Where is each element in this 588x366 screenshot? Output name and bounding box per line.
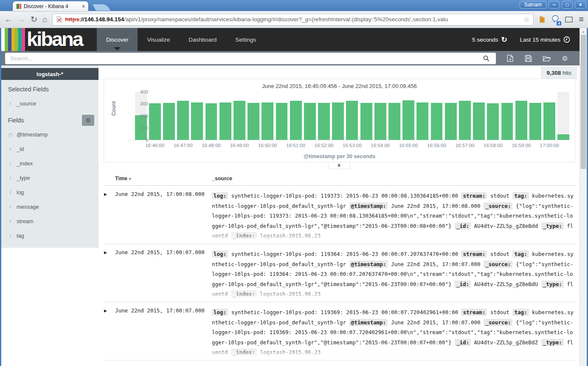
histogram-bar[interactable] [543, 102, 555, 140]
histogram-slot [331, 92, 345, 140]
search-button[interactable] [476, 53, 496, 64]
row-source: log: synthetic-logger-10lps-pod: 119369:… [212, 307, 576, 358]
histogram-bar[interactable] [248, 103, 259, 140]
histogram-bar[interactable] [557, 134, 569, 140]
close-button[interactable]: × [575, 1, 586, 9]
histogram-bar[interactable] [487, 103, 499, 140]
histogram-bar[interactable] [304, 103, 316, 140]
save-search-button[interactable] [519, 54, 537, 62]
histogram-bar[interactable] [262, 102, 273, 140]
field-item-source[interactable]: t_source [1, 96, 98, 111]
extension-icon[interactable] [539, 16, 546, 23]
histogram-bar[interactable] [318, 103, 330, 140]
histogram-bar[interactable] [360, 103, 372, 140]
profile-badge[interactable]: Satnam [520, 1, 546, 9]
search-input[interactable] [5, 53, 476, 64]
table-row[interactable]: ▶June 22nd 2015, 17:00:07.000log: synthe… [104, 302, 576, 360]
histogram-bar[interactable] [177, 101, 189, 140]
menu-icon[interactable]: ≡ [579, 14, 584, 24]
histogram-slot [247, 92, 261, 140]
hangouts-icon[interactable]: 4 [551, 15, 559, 24]
nav-item-settings[interactable]: Settings [226, 28, 265, 51]
histogram-bar[interactable] [205, 103, 217, 140]
histogram-bar[interactable] [346, 101, 358, 140]
field-settings-button[interactable]: ⚙ [82, 115, 94, 126]
collapse-chart-button[interactable]: ∧ [328, 162, 350, 169]
field-name: @timestamp [17, 131, 48, 138]
histogram-bar[interactable] [501, 103, 513, 140]
row-source: log: synthetic-logger-10lps-pod: 119373:… [212, 191, 576, 242]
histogram-bar[interactable] [515, 101, 527, 140]
cast-icon[interactable] [565, 17, 573, 23]
histogram-bar[interactable] [290, 101, 302, 140]
x-tick-label: 16:57:00 [456, 143, 475, 148]
time-column-header[interactable]: Time ▾ [115, 176, 212, 182]
field-item-stream[interactable]: tstream [1, 214, 98, 228]
field-item-log[interactable]: tlog [1, 185, 98, 199]
histogram-bar[interactable] [219, 102, 231, 140]
forward-icon[interactable]: → [17, 15, 25, 23]
refresh-icon: ↻ [501, 35, 507, 44]
histogram-bar[interactable] [402, 100, 414, 140]
bookmark-star-icon[interactable]: ☆ [523, 15, 529, 23]
time-picker[interactable]: Last 15 minutes [520, 36, 570, 43]
histogram-bar[interactable] [473, 102, 485, 140]
nav-item-visualize[interactable]: Visualize [138, 28, 179, 51]
field-item-tag[interactable]: ttag [1, 228, 98, 243]
field-name: message [17, 204, 39, 210]
settings-button[interactable]: ⚙ [556, 54, 574, 62]
field-name: _source [17, 100, 36, 107]
histogram-bar[interactable] [276, 103, 288, 140]
open-search-button[interactable] [537, 54, 556, 62]
search-icon [483, 55, 490, 62]
documents-table: Time ▾ _source ▶June 22nd 2015, 17:00:08… [98, 176, 580, 360]
histogram-bar[interactable] [163, 103, 175, 140]
histogram-bar[interactable] [191, 102, 203, 140]
histogram-bar[interactable] [431, 103, 443, 140]
histogram-bar[interactable] [149, 103, 161, 140]
open-folder-icon [543, 55, 551, 62]
field-item-timestamp[interactable]: ◷@timestamp [1, 128, 98, 142]
histogram-bar[interactable] [388, 103, 400, 140]
field-name: log [17, 189, 24, 196]
page-scrollbar[interactable]: ▲ [580, 28, 587, 366]
table-row[interactable]: ▶June 22nd 2015, 17:00:07.000log: synthe… [104, 244, 576, 302]
browser-tab[interactable]: Discover - Kibana 4 × [13, 1, 88, 11]
new-search-button[interactable] [501, 54, 519, 62]
nav-item-discover[interactable]: Discover [97, 28, 138, 51]
kibana-topnav: kibana DiscoverVisualizeDashboardSetting… [1, 28, 580, 51]
refresh-interval[interactable]: 5 seconds ↻ [472, 35, 507, 44]
histogram-bar[interactable] [234, 101, 245, 140]
expand-caret-icon[interactable]: ▶ [104, 307, 115, 360]
nav-item-dashboard[interactable]: Dashboard [179, 28, 226, 51]
histogram-bar[interactable] [374, 103, 386, 140]
row-time: June 22nd 2015, 17:00:07.000 [115, 249, 212, 302]
table-row[interactable]: ▶June 22nd 2015, 17:00:08.000log: synthe… [104, 186, 576, 244]
field-item-type[interactable]: t_type [1, 170, 98, 185]
clock-icon [563, 36, 570, 43]
field-item-id[interactable]: t_id [1, 142, 98, 156]
field-item-message[interactable]: tmessage [1, 199, 98, 214]
scroll-up-arrow[interactable]: ▲ [580, 28, 587, 34]
histogram-bar[interactable] [445, 103, 457, 140]
scrollbar-thumb[interactable] [581, 35, 586, 169]
histogram-bar[interactable] [529, 103, 541, 140]
expand-caret-icon[interactable]: ▶ [104, 191, 115, 244]
histogram-bar[interactable] [459, 101, 471, 140]
url-bar[interactable]: https://146.148.94.154/api/v1/proxy/name… [52, 14, 534, 26]
back-icon[interactable]: ← [4, 15, 12, 23]
reload-icon[interactable]: ↻ [31, 15, 37, 23]
minimize-button[interactable]: − [549, 1, 560, 9]
x-tick-label: 16:51:00 [286, 143, 305, 148]
histogram-bar[interactable] [416, 102, 428, 140]
field-item-index[interactable]: t_index [1, 156, 98, 170]
new-tab-button[interactable] [93, 4, 110, 11]
tab-close-icon[interactable]: × [82, 3, 85, 9]
field-name: tag [17, 233, 24, 239]
home-icon[interactable]: ⌂ [42, 15, 47, 23]
expand-caret-icon[interactable]: ▶ [104, 249, 115, 302]
histogram-bar[interactable] [332, 102, 344, 140]
index-pattern-selector[interactable]: logstash-* [1, 68, 98, 80]
field-badge: _index: [231, 232, 257, 239]
maximize-button[interactable]: □ [562, 1, 573, 9]
